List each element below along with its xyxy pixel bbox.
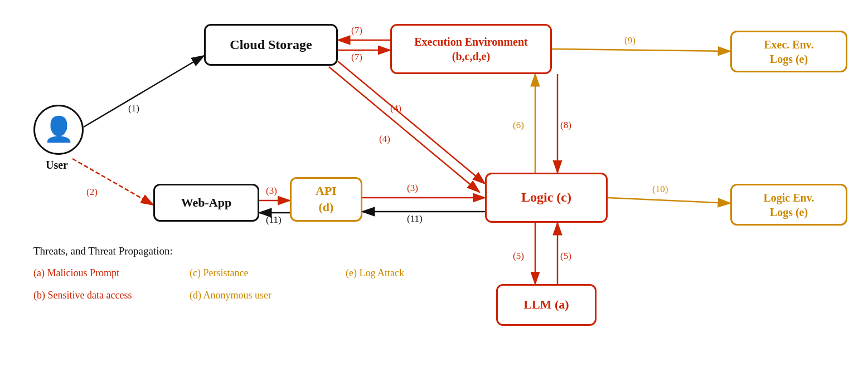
svg-text:(5): (5) — [560, 251, 571, 261]
svg-text:(2): (2) — [86, 187, 98, 197]
legend-item-a: (a) Malicious Prompt — [33, 267, 119, 279]
svg-text:(8): (8) — [560, 120, 571, 130]
cloud-storage-node: Cloud Storage — [204, 24, 338, 66]
svg-text:(4): (4) — [379, 134, 390, 144]
logic-node: Logic (c) — [485, 173, 608, 223]
user-label: User — [46, 159, 68, 172]
svg-text:(7): (7) — [351, 52, 362, 62]
svg-text:(3): (3) — [266, 185, 277, 196]
legend-item-c: (c) Persistance — [190, 267, 248, 279]
svg-line-29 — [552, 49, 730, 51]
svg-line-31 — [608, 198, 730, 203]
svg-text:(1): (1) — [128, 103, 139, 114]
llm-node: LLM (a) — [496, 284, 597, 326]
architecture-diagram: (1) (2) (3) (3) (11) (11) (4) (4) (7) (7… — [0, 0, 868, 367]
legend-title: Threats, and Threat Propagation: — [33, 245, 173, 257]
svg-text:(11): (11) — [407, 213, 423, 224]
svg-text:(3): (3) — [407, 183, 418, 193]
svg-text:(7): (7) — [351, 25, 362, 36]
svg-text:(6): (6) — [513, 120, 524, 130]
svg-text:(11): (11) — [266, 214, 282, 225]
logic-env-logs-node: Logic Env.Logs (e) — [730, 184, 847, 226]
web-app-node: Web-App — [153, 184, 259, 222]
user-icon: 👤 — [43, 118, 74, 142]
svg-text:(5): (5) — [513, 251, 524, 261]
svg-line-5 — [84, 56, 204, 127]
execution-environment-node: Execution Environment(b,c,d,e) — [390, 24, 552, 74]
svg-line-19 — [329, 67, 479, 192]
exec-env-logs-node: Exec. Env.Logs (e) — [730, 31, 847, 72]
api-node: API(d) — [290, 177, 362, 222]
svg-text:(9): (9) — [624, 35, 636, 46]
svg-line-7 — [72, 159, 153, 205]
svg-text:(10): (10) — [652, 184, 668, 194]
svg-text:(4): (4) — [390, 103, 401, 114]
legend-item-e: (e) Log Attack — [346, 267, 404, 279]
user-avatar: 👤 — [33, 105, 84, 155]
svg-line-17 — [338, 61, 485, 184]
legend-item-d: (d) Anonymous user — [190, 290, 271, 301]
legend-item-b: (b) Sensitive data access — [33, 290, 132, 301]
